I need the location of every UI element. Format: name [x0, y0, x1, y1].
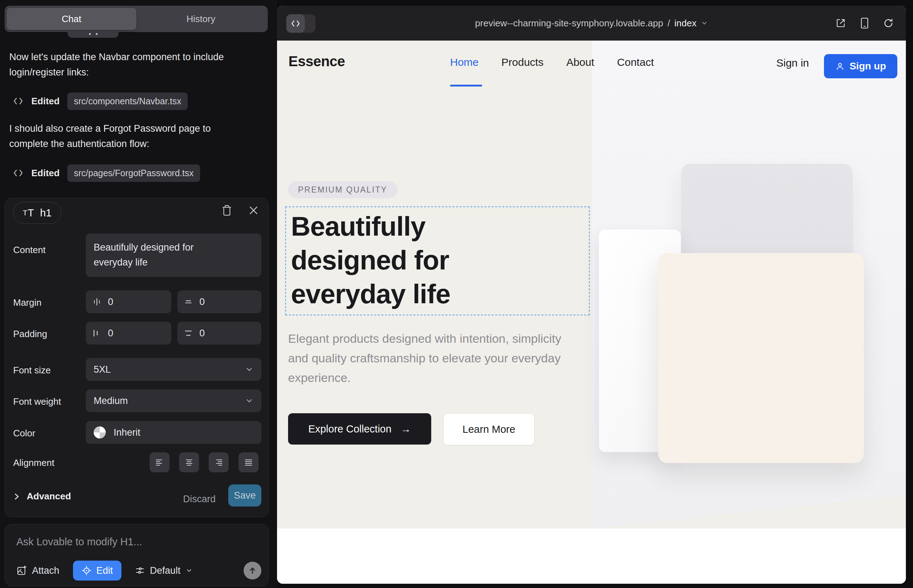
- prompt-input[interactable]: Ask Lovable to modify H1...: [16, 536, 142, 548]
- margin-vertical-icon: [184, 297, 193, 307]
- file-chip[interactable]: src/components/Navbar.tsx: [67, 92, 188, 110]
- align-right-button[interactable]: [209, 452, 228, 472]
- code-icon: [13, 169, 24, 177]
- trash-icon[interactable]: [222, 205, 232, 216]
- font-size-label: Font size: [13, 365, 51, 376]
- code-view-icon: [286, 14, 305, 33]
- target-icon: [81, 565, 92, 575]
- chat-message: I should also create a Forgot Password p…: [9, 121, 243, 152]
- browser-toolbar: preview--charming-site-symphony.lovable.…: [277, 6, 906, 40]
- chevron-down-icon: [186, 567, 193, 574]
- chat-message: Now let's update the Navbar component to…: [9, 50, 243, 80]
- nav-link-about[interactable]: About: [566, 56, 594, 68]
- url-breadcrumb[interactable]: preview--charming-site-symphony.lovable.…: [277, 18, 906, 29]
- active-nav-underline: [450, 85, 482, 87]
- learn-more-button[interactable]: Learn More: [444, 413, 534, 445]
- padding-y-input[interactable]: 0: [177, 322, 261, 344]
- sign-in-link[interactable]: Sign in: [776, 57, 809, 69]
- prompt-composer: Ask Lovable to modify H1... Attach Edit: [5, 524, 269, 586]
- edit-mode-button[interactable]: Edit: [73, 561, 122, 580]
- premium-quality-badge: PREMIUM QUALITY: [288, 181, 397, 198]
- decorative-card-beige: [658, 253, 864, 463]
- file-chip[interactable]: src/pages/ForgotPassword.tsx: [67, 165, 200, 182]
- chat-history-tabs: Chat History: [5, 6, 268, 32]
- site-nav: Home Products About Contact: [450, 56, 654, 68]
- edited-file-row: Edited src/pages/ForgotPassword.tsx: [13, 164, 200, 182]
- color-swatch-transparent: [94, 426, 106, 438]
- hero-heading[interactable]: Beautifully designed for everyday life: [286, 207, 535, 311]
- preview-browser: preview--charming-site-symphony.lovable.…: [277, 6, 906, 584]
- margin-y-input[interactable]: 0: [177, 291, 261, 313]
- attach-image-icon: [16, 565, 27, 576]
- user-icon: [835, 61, 845, 71]
- font-weight-label: Font weight: [13, 396, 61, 407]
- font-size-select[interactable]: 5XL: [86, 358, 261, 381]
- content-input[interactable]: Beautifully designed for everyday life: [86, 234, 261, 277]
- edited-label: Edited: [31, 168, 60, 179]
- chat-panel: Chat History Now let's update the Navbar…: [0, 0, 277, 588]
- padding-vertical-icon: [184, 328, 193, 338]
- discard-button[interactable]: Discard: [183, 494, 216, 505]
- explore-collection-button[interactable]: Explore Collection →: [288, 413, 431, 444]
- margin-x-input[interactable]: 0: [86, 291, 171, 313]
- nav-link-contact[interactable]: Contact: [617, 56, 654, 68]
- decorative-wedge: [592, 495, 906, 528]
- site-logo[interactable]: Essence: [288, 53, 345, 69]
- chevron-down-icon: [245, 365, 254, 374]
- sliders-icon: [135, 565, 145, 575]
- selected-element-pill[interactable]: TT h1: [13, 202, 61, 224]
- hero-description: Elegant products designed with intention…: [288, 329, 573, 388]
- url-separator: /: [668, 18, 670, 29]
- chevron-down-icon: [701, 19, 708, 27]
- align-left-button[interactable]: [149, 452, 170, 472]
- url-page: index: [674, 18, 696, 29]
- edited-file-row: Edited src/components/Navbar.tsx: [13, 92, 188, 110]
- open-external-icon[interactable]: [835, 18, 846, 29]
- font-weight-select[interactable]: Medium: [86, 389, 261, 412]
- element-editor-panel: TT h1 Content Beautifully designed for e…: [5, 198, 269, 517]
- lovable-app-window: Chat History Now let's update the Navbar…: [0, 0, 913, 588]
- save-button[interactable]: Save: [228, 485, 261, 507]
- advanced-toggle[interactable]: Advanced: [13, 491, 71, 502]
- collapsed-message-pill[interactable]: [68, 32, 118, 38]
- color-select[interactable]: Inherit: [86, 421, 261, 444]
- padding-label: Padding: [13, 328, 47, 339]
- element-tag: h1: [40, 207, 52, 219]
- tab-history[interactable]: History: [136, 8, 266, 30]
- padding-x-input[interactable]: 0: [86, 322, 171, 344]
- sign-up-button[interactable]: Sign up: [824, 54, 897, 78]
- mobile-view-icon[interactable]: [860, 18, 869, 29]
- close-icon[interactable]: [249, 205, 259, 216]
- url-domain: preview--charming-site-symphony.lovable.…: [475, 18, 663, 29]
- send-button[interactable]: [244, 562, 261, 580]
- chevron-down-icon: [245, 396, 254, 405]
- selected-h1-outline[interactable]: Beautifully designed for everyday life: [285, 207, 590, 315]
- code-icon: [13, 97, 24, 105]
- code-preview-toggle[interactable]: [286, 14, 316, 33]
- text-type-icon: TT: [23, 207, 34, 219]
- align-center-button[interactable]: [179, 452, 199, 472]
- attach-button[interactable]: Attach: [16, 565, 60, 576]
- nav-link-products[interactable]: Products: [501, 56, 543, 68]
- chevron-right-icon: [13, 492, 20, 501]
- nav-link-home[interactable]: Home: [450, 56, 479, 68]
- padding-horizontal-icon: [92, 328, 102, 338]
- preview-page: Essence Home Products About Contact Sign…: [277, 40, 906, 584]
- content-label: Content: [13, 244, 45, 255]
- margin-horizontal-icon: [92, 297, 102, 307]
- arrow-right-icon: →: [401, 423, 411, 435]
- color-label: Color: [13, 428, 35, 439]
- model-mode-select[interactable]: Default: [135, 565, 193, 576]
- align-justify-button[interactable]: [239, 452, 259, 472]
- alignment-label: Alignment: [13, 457, 55, 468]
- margin-label: Margin: [13, 297, 41, 308]
- edited-label: Edited: [31, 96, 60, 107]
- refresh-icon[interactable]: [883, 18, 894, 29]
- tab-chat[interactable]: Chat: [7, 8, 136, 30]
